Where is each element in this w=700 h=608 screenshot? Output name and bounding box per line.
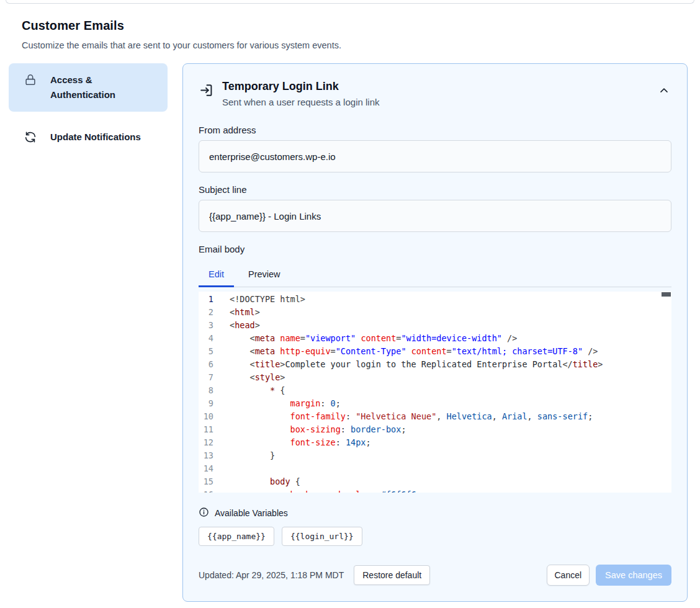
page-header: Customer Emails Customize the emails tha… (0, 4, 700, 50)
card-header-texts: Temporary Login Link Sent when a user re… (222, 80, 648, 107)
collapse-button[interactable] (657, 84, 671, 99)
sync-icon (24, 130, 37, 144)
cancel-button[interactable]: Cancel (547, 565, 590, 586)
sidebar-item-update-notifications[interactable]: Update Notifications (9, 120, 168, 154)
card-title: Temporary Login Link (222, 80, 648, 93)
temporary-login-link-card: Temporary Login Link Sent when a user re… (182, 63, 688, 602)
available-variables-title: Available Variables (215, 508, 288, 518)
editor-tab-bar: Edit Preview (199, 263, 671, 287)
tab-edit[interactable]: Edit (199, 263, 234, 287)
code-lines[interactable]: <!DOCTYPE html><html><head> <meta name="… (230, 292, 671, 493)
content-area: Access & Authentication Update Notificat… (0, 50, 700, 602)
info-icon (199, 507, 209, 519)
email-body-label: Email body (199, 244, 671, 254)
available-variables-header: Available Variables (199, 507, 671, 519)
from-address-input[interactable] (199, 140, 671, 172)
sidebar-item-label: Update Notifications (50, 130, 141, 145)
card-subtitle: Sent when a user requests a login link (222, 97, 648, 107)
save-changes-button[interactable]: Save changes (596, 565, 671, 586)
lock-icon (24, 73, 37, 87)
from-address-label: From address (199, 125, 671, 135)
subject-line-input[interactable] (199, 200, 671, 232)
code-gutter: 12345678910111213141516 (199, 292, 230, 493)
editor-scrollbar-thumb[interactable] (662, 292, 671, 297)
variable-chip-login-url[interactable]: {{login_url}} (282, 527, 362, 546)
updated-timestamp: Updated: Apr 29, 2025, 1:18 PM MDT (199, 570, 344, 580)
code-editor[interactable]: 12345678910111213141516 <!DOCTYPE html><… (199, 292, 671, 493)
subject-line-label: Subject line (199, 184, 671, 195)
variable-chips: {{app_name}} {{login_url}} (199, 527, 671, 546)
sidebar-item-label: Access & Authentication (50, 73, 130, 102)
variable-chip-app-name[interactable]: {{app_name}} (199, 527, 274, 546)
page-title: Customer Emails (22, 19, 678, 33)
chevron-up-icon (658, 89, 670, 99)
sidebar: Access & Authentication Update Notificat… (9, 63, 168, 154)
login-icon (199, 83, 214, 98)
card-header: Temporary Login Link Sent when a user re… (199, 80, 671, 107)
restore-default-button[interactable]: Restore default (354, 565, 430, 585)
card-footer: Updated: Apr 29, 2025, 1:18 PM MDT Resto… (199, 565, 671, 586)
sidebar-item-access-authentication[interactable]: Access & Authentication (9, 63, 168, 112)
tab-preview[interactable]: Preview (234, 263, 295, 287)
page-subtitle: Customize the emails that are sent to yo… (22, 40, 678, 50)
